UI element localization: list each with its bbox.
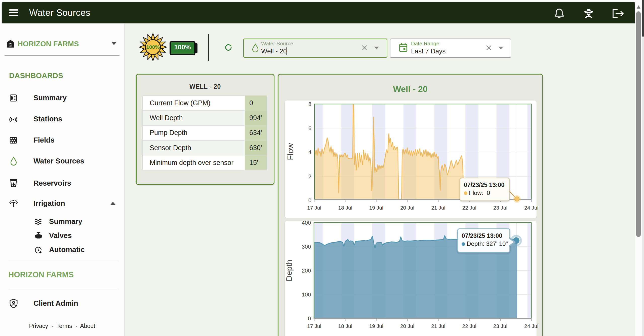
svg-text:2: 2: [308, 173, 311, 180]
svg-text:23 Jul: 23 Jul: [493, 323, 507, 329]
svg-text:200: 200: [302, 267, 311, 274]
svg-text:8: 8: [308, 101, 311, 107]
svg-text:22 Jul: 22 Jul: [462, 323, 476, 329]
svg-text:20 Jul: 20 Jul: [400, 205, 414, 211]
svg-text:400: 400: [302, 220, 311, 226]
svg-text:0: 0: [308, 315, 311, 322]
svg-text:300: 300: [302, 244, 311, 250]
svg-text:0: 0: [308, 197, 311, 204]
svg-text:100: 100: [302, 291, 311, 298]
svg-text:17 Jul: 17 Jul: [307, 205, 321, 211]
svg-text:21 Jul: 21 Jul: [431, 205, 445, 211]
svg-text:20 Jul: 20 Jul: [400, 323, 414, 329]
svg-text:19 Jul: 19 Jul: [369, 205, 383, 211]
svg-text:18 Jul: 18 Jul: [338, 205, 352, 211]
svg-text:Depth: Depth: [285, 260, 294, 281]
svg-text:24 Jul: 24 Jul: [524, 205, 538, 211]
svg-text:4: 4: [308, 149, 311, 155]
svg-text:Flow: Flow: [286, 143, 295, 160]
svg-text:24 Jul: 24 Jul: [524, 323, 538, 329]
svg-text:19 Jul: 19 Jul: [369, 323, 383, 329]
svg-text:21 Jul: 21 Jul: [431, 323, 445, 329]
svg-text:6: 6: [308, 125, 311, 131]
svg-text:18 Jul: 18 Jul: [338, 323, 352, 329]
svg-text:23 Jul: 23 Jul: [493, 205, 507, 211]
svg-text:22 Jul: 22 Jul: [462, 205, 476, 211]
svg-text:17 Jul: 17 Jul: [307, 323, 321, 329]
